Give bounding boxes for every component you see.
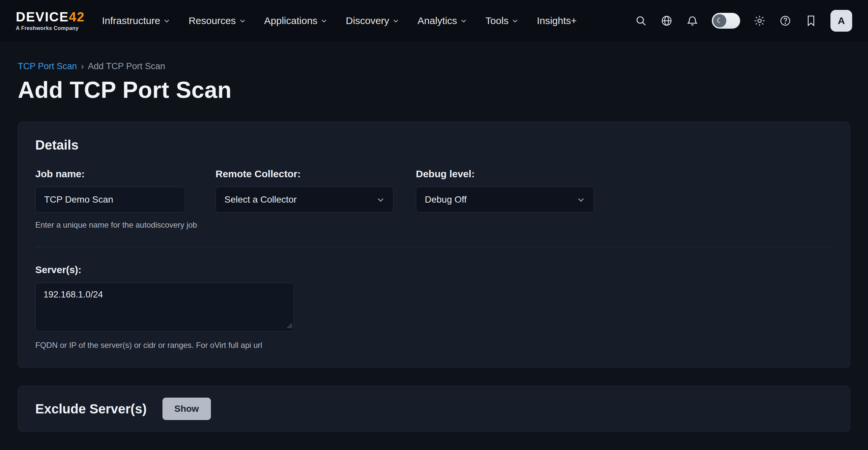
job-name-group: Job name: Enter a unique name for the au…	[35, 168, 185, 230]
servers-label: Server(s):	[35, 264, 833, 276]
nav-item-label: Discovery	[346, 15, 389, 26]
device42-logo[interactable]: DEVICE42 A Freshworks Company	[16, 10, 85, 31]
globe-icon[interactable]	[660, 14, 673, 27]
brand-accent: 42	[69, 9, 85, 24]
chevron-down-icon	[393, 18, 399, 24]
remote-collector-group: Remote Collector: Select a Collector	[216, 168, 394, 230]
brand-tagline: A Freshworks Company	[16, 25, 85, 31]
servers-hint: FQDN or IP of the server(s) or cidr or r…	[35, 341, 833, 350]
nav-item-infrastructure[interactable]: Infrastructure	[102, 15, 170, 26]
main-nav: Infrastructure Resources Applications Di…	[102, 15, 577, 26]
nav-item-label: Infrastructure	[102, 15, 160, 26]
job-name-input[interactable]	[35, 187, 185, 213]
debug-level-group: Debug level: Debug Off	[416, 168, 594, 230]
settings-gear-icon[interactable]	[753, 14, 766, 27]
details-form-row: Job name: Enter a unique name for the au…	[35, 168, 833, 230]
breadcrumb: TCP Port Scan › Add TCP Port Scan	[18, 61, 850, 71]
nav-item-label: Insights+	[537, 15, 577, 26]
exclude-servers-card: Exclude Server(s) Show	[18, 386, 850, 432]
brand-text: DEVICE42	[16, 10, 85, 23]
nav-item-label: Tools	[486, 15, 508, 26]
debug-level-value: Debug Off	[425, 194, 467, 205]
servers-group: Server(s): 192.168.1.0/24 FQDN or IP of …	[35, 264, 833, 350]
nav-item-label: Applications	[264, 15, 318, 26]
navbar-right-controls: ☾ A	[635, 10, 852, 32]
bookmark-icon[interactable]	[805, 14, 817, 27]
job-name-label: Job name:	[35, 168, 185, 180]
show-exclude-button[interactable]: Show	[162, 397, 211, 420]
page-content: TCP Port Scan › Add TCP Port Scan Add TC…	[0, 61, 868, 450]
section-divider	[35, 247, 833, 247]
job-name-hint: Enter a unique name for the autodiscover…	[35, 220, 185, 230]
nav-item-tools[interactable]: Tools	[486, 15, 518, 26]
chevron-down-icon	[239, 18, 246, 24]
breadcrumb-current: Add TCP Port Scan	[88, 61, 165, 71]
search-icon[interactable]	[635, 14, 647, 27]
remote-collector-label: Remote Collector:	[216, 168, 394, 180]
chevron-down-icon	[577, 196, 585, 203]
remote-collector-value: Select a Collector	[224, 194, 297, 205]
chevron-down-icon	[163, 18, 170, 24]
servers-textarea[interactable]: 192.168.1.0/24	[35, 283, 294, 331]
nav-item-label: Resources	[188, 15, 236, 26]
page-title: Add TCP Port Scan	[18, 77, 850, 103]
nav-item-insights-plus[interactable]: Insights+	[537, 15, 577, 26]
nav-item-applications[interactable]: Applications	[264, 15, 328, 26]
notifications-bell-icon[interactable]	[686, 14, 699, 27]
exclude-servers-heading: Exclude Server(s)	[35, 401, 147, 416]
top-navbar: DEVICE42 A Freshworks Company Infrastruc…	[0, 0, 868, 41]
nav-item-analytics[interactable]: Analytics	[417, 15, 467, 26]
chevron-down-icon	[377, 196, 384, 203]
nav-item-discovery[interactable]: Discovery	[346, 15, 399, 26]
theme-toggle[interactable]: ☾	[712, 13, 740, 29]
debug-level-select[interactable]: Debug Off	[416, 187, 594, 213]
help-icon[interactable]	[779, 14, 792, 27]
details-card: Details Job name: Enter a unique name fo…	[18, 122, 850, 368]
breadcrumb-link[interactable]: TCP Port Scan	[18, 61, 77, 71]
user-avatar[interactable]: A	[831, 10, 852, 32]
moon-icon: ☾	[713, 14, 726, 27]
debug-level-label: Debug level:	[416, 168, 594, 180]
breadcrumb-separator: ›	[81, 61, 84, 71]
chevron-down-icon	[321, 18, 327, 24]
chevron-down-icon	[460, 18, 467, 24]
chevron-down-icon	[512, 18, 518, 24]
details-heading: Details	[35, 138, 833, 153]
nav-item-resources[interactable]: Resources	[188, 15, 246, 26]
remote-collector-select[interactable]: Select a Collector	[216, 187, 394, 213]
nav-item-label: Analytics	[417, 15, 457, 26]
brand-main: DEVICE	[16, 9, 69, 24]
